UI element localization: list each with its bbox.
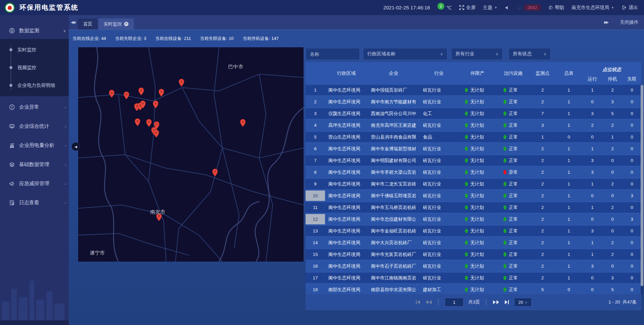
map-pin-icon[interactable] <box>146 119 152 127</box>
table-row[interactable]: 8阆中生态环境局阆中市枣碧大梁山页岩砖瓦行业无计划异常21300 <box>306 167 641 179</box>
status-dot-green <box>465 100 468 104</box>
table-row[interactable]: 4高坪生态环境局南充市高坪区王家店建砖瓦行业无计划正常31220 <box>306 120 641 132</box>
tabs-scroll-right-button[interactable]: ▶▶ <box>602 20 611 24</box>
close-icon[interactable]: ✕ <box>124 22 128 26</box>
name-search-input[interactable] <box>306 48 360 60</box>
table-scrollbar[interactable] <box>641 85 643 294</box>
col-point-status-group: 点位状态 运行 停机 失联 <box>582 62 641 85</box>
map-pin-icon[interactable] <box>178 78 184 87</box>
map-pin-icon[interactable] <box>109 90 115 98</box>
cell-industry: 砖瓦行业 <box>420 191 458 201</box>
user-org-menu[interactable]: 南充市生态环境局 ▼ <box>572 5 614 11</box>
region-select[interactable]: 行政区域名称 ∨ <box>363 48 447 60</box>
status-dot-green <box>503 276 506 280</box>
map-pin-icon[interactable] <box>123 91 129 100</box>
sidebar-item-6[interactable]: 日志查看‹ <box>0 195 69 211</box>
sidebar-item-1[interactable]: 企业异常‹ <box>0 99 69 115</box>
help-button[interactable]: ✆ 帮助 <box>549 5 565 11</box>
table-row[interactable]: 7阆中生态环境局阆中明阳建材有限公司砖瓦行业无计划正常21300 <box>306 155 641 167</box>
tabs-scroll-left-button[interactable]: ◀◀ <box>69 20 78 24</box>
table-row[interactable]: 12阆中生态环境局阆中市忠信建材有限公砖瓦行业无计划正常21003 <box>306 214 641 226</box>
cell-stop: 无计划 <box>458 120 497 130</box>
industry-select[interactable]: 所有行业 ∨ <box>451 48 503 60</box>
map-pin-icon[interactable] <box>138 87 144 96</box>
cell-halt: 3 <box>602 273 623 283</box>
last-page-icon <box>504 300 509 305</box>
close-operations-button[interactable]: 关闭操作 <box>620 19 639 25</box>
notifications-button[interactable]: 2632 <box>517 4 541 11</box>
cell-company: 西南油气田分公司川中 <box>368 108 420 119</box>
table-row[interactable]: 18南部生态环境局南部县劲华水泥有限公建材加工无计划正常50050 <box>306 284 641 294</box>
map-pin-icon[interactable] <box>140 100 146 109</box>
map-pin-icon[interactable] <box>212 168 218 177</box>
stats-bar: 当前在线企业:44当前失联企业:3当前在线设备:211当前失联设备:10当前停机… <box>72 30 279 47</box>
cell-monitor: 2 <box>530 261 555 271</box>
table-row[interactable]: 11阆中生态环境局阆中市五马桥页岩机砖砖瓦行业无计划正常21120 <box>306 202 641 214</box>
cell-stop: 无计划 <box>458 237 497 248</box>
cell-company: 阆中市二龙长宝页岩砖 <box>368 179 420 189</box>
table-row[interactable]: 9阆中生态环境局阆中市二龙长宝页岩砖砖瓦行业无计划正常21120 <box>306 179 641 191</box>
page-size-select[interactable]: 20 ∨ <box>514 298 532 307</box>
next-page-button[interactable] <box>493 300 499 305</box>
table-row[interactable]: 15阆中生态环境局阆中市光富页岩机砖厂砖瓦行业无计划正常21120 <box>306 249 641 261</box>
tab-home[interactable]: 首页 <box>78 18 98 30</box>
app-title: 环保用电监管系统 <box>19 3 78 12</box>
sidebar-item-label: 基础数据管理 <box>19 161 49 168</box>
table-row[interactable]: 2阆中生态环境局阆中市南方节能建材有砖瓦行业无计划正常21030 <box>306 97 641 108</box>
cell-industry: 砖瓦行业 <box>420 85 458 95</box>
table-row[interactable]: 10阆中生态环境局阆中千佛镇五郎垭页岩砖瓦行业无计划正常21003 <box>306 191 641 202</box>
cell-total: 1 <box>555 120 582 130</box>
cell-facility: 正常 <box>497 120 530 130</box>
cell-lost: 0 <box>623 261 641 271</box>
map-panel[interactable]: 巴中市南充市遂宁市 <box>78 47 304 262</box>
sidebar-item-label: 企业异常 <box>19 104 39 110</box>
cell-region: 阆中生态环境局 <box>325 214 368 224</box>
table-row[interactable]: 3仪陇生态环境局西南油气田分公司川中化工无计划正常71350 <box>306 108 641 120</box>
fullscreen-button[interactable]: 全屏 <box>459 5 476 11</box>
first-page-button[interactable] <box>415 300 421 305</box>
status-select[interactable]: 所有状态 ∨ <box>508 48 551 60</box>
cell-idx: 8 <box>306 167 325 177</box>
sidebar-item-2[interactable]: 企业综合统计‹ <box>0 118 69 134</box>
sidebar-subitem-0-0[interactable]: 实时监控 <box>0 41 69 59</box>
sound-toggle-button[interactable] <box>505 5 509 10</box>
megaphone-icon <box>9 181 15 186</box>
map-pin-icon[interactable] <box>153 100 159 109</box>
cell-lost: 0 <box>623 202 641 213</box>
table-row[interactable]: 6阆中生态环境局阆中市金博瑞新型墙材砖瓦行业无计划正常21120 <box>306 144 641 155</box>
prev-page-button[interactable] <box>425 300 432 305</box>
map-pin-icon[interactable] <box>240 119 246 127</box>
map-pin-icon[interactable] <box>158 89 164 97</box>
status-dot-green <box>465 252 468 257</box>
sidebar-item-3[interactable]: 企业用电量分析‹ <box>0 137 69 154</box>
table-row[interactable]: 14阆中生态环境局阆中大兴页岩机砖厂砖瓦行业无计划正常21120 <box>306 237 641 249</box>
tab-realtime-monitor[interactable]: 实时监控 ✕ <box>98 18 134 30</box>
cell-run: 3 <box>582 226 602 236</box>
page-number-input[interactable] <box>445 298 464 307</box>
table-row[interactable]: 13阆中生态环境局阆中市金福旺页岩机砖砖瓦行业无计划正常21300 <box>306 226 641 237</box>
table-row[interactable]: 5营山生态环境局营山县润丰肉食品有限食品无计划正常10010 <box>306 132 641 144</box>
map-pin-icon[interactable] <box>153 129 159 138</box>
map-collapse-button[interactable]: ◀ <box>71 142 80 151</box>
table-row[interactable]: 1阆中生态环境局阆中强锐页岩砖厂砖瓦行业无计划正常21120 <box>306 85 641 97</box>
cell-region: 阆中生态环境局 <box>325 249 368 260</box>
scrollbar-thumb[interactable] <box>641 85 643 286</box>
cell-total: 1 <box>555 179 582 189</box>
last-page-button[interactable] <box>504 300 509 305</box>
table-row[interactable]: 17阆中生态环境局阆中市江南镇阆南页岩砖瓦行业无计划正常21030 <box>306 273 641 284</box>
sidebar-subitem-0-2[interactable]: 企业电力负荷明细 <box>0 76 69 94</box>
sidebar-subitem-0-1[interactable]: 视频监控 <box>0 59 69 76</box>
sidebar-item-0[interactable]: 数据监测∨ <box>0 22 69 39</box>
cell-stop: 无计划 <box>458 179 497 189</box>
map-pin-icon[interactable] <box>135 118 141 126</box>
record-range-label: 1 - 20 共47条 <box>608 299 637 305</box>
sidebar-item-5[interactable]: 应急减排管理‹ <box>0 175 69 192</box>
sidebar-item-4[interactable]: 基础数据管理‹ <box>0 156 69 173</box>
cell-region: 高坪生态环境局 <box>325 120 368 130</box>
cell-total: 1 <box>555 214 582 224</box>
enterprise-panel: 行政区域名称 ∨ 所有行业 ∨ 所有状态 ∨ 行政区域 企业 <box>306 47 641 310</box>
cell-run: 3 <box>582 155 602 166</box>
logout-button[interactable]: 退出 <box>622 5 638 11</box>
theme-menu-button[interactable]: 主题 ▼ <box>483 5 497 11</box>
table-row[interactable]: 16阆中生态环境局阆中市石子页岩机砖厂砖瓦行业无计划正常21300 <box>306 261 641 273</box>
